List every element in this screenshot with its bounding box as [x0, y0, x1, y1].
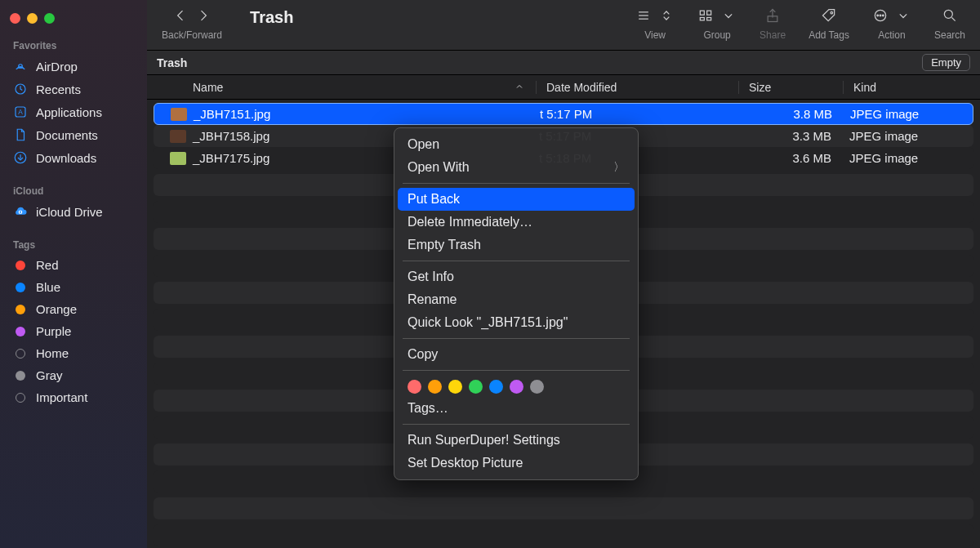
- file-size: 3.6 MB: [738, 151, 843, 165]
- svg-point-15: [831, 11, 833, 14]
- window-controls: [0, 7, 147, 35]
- zoom-window-button[interactable]: [44, 13, 55, 24]
- search-group[interactable]: Search: [934, 5, 965, 41]
- ctx-separator: [403, 338, 630, 339]
- ctx-tag-color[interactable]: [428, 380, 442, 394]
- ctx-get-info[interactable]: Get Info: [394, 265, 638, 288]
- ctx-tag-color[interactable]: [530, 380, 544, 394]
- sidebar-tag-gray[interactable]: Gray: [0, 364, 147, 386]
- tag-dot-icon: [16, 283, 25, 292]
- finder-window: Favorites AirDropRecentsAApplicationsDoc…: [0, 0, 980, 548]
- minimize-window-button[interactable]: [27, 13, 38, 24]
- ctx-separator: [403, 424, 630, 425]
- back-forward-label: Back/Forward: [162, 29, 222, 41]
- sidebar-item-applications[interactable]: AApplications: [0, 100, 147, 123]
- view-icon: [635, 7, 652, 26]
- tag-dot-icon: [16, 371, 25, 381]
- ctx-empty-trash[interactable]: Empty Trash: [394, 234, 638, 256]
- ctx-tag-color[interactable]: [510, 380, 523, 394]
- ctx-run-superduper[interactable]: Run SuperDuper! Settings: [394, 429, 638, 452]
- ctx-tag-color[interactable]: [408, 380, 421, 394]
- ctx-tag-color[interactable]: [489, 380, 503, 394]
- sidebar-tag-purple[interactable]: Purple: [0, 320, 147, 342]
- file-size: 3.3 MB: [738, 129, 843, 143]
- column-header-kind[interactable]: Kind: [843, 81, 980, 94]
- chevron-right-icon: 〉: [613, 160, 625, 175]
- view-group[interactable]: View: [635, 5, 675, 41]
- download-icon: [13, 150, 28, 165]
- sidebar-item-label: Purple: [36, 324, 71, 338]
- airdrop-icon: [13, 59, 28, 74]
- chevron-down-icon: [895, 7, 911, 26]
- sidebar-item-recents[interactable]: Recents: [0, 78, 147, 100]
- chevron-down-icon: [720, 7, 737, 26]
- sidebar-item-label: Recents: [36, 82, 81, 96]
- ctx-open-with[interactable]: Open With〉: [394, 156, 638, 179]
- share-icon: [764, 7, 781, 26]
- file-thumb-icon: [170, 130, 186, 143]
- action-group[interactable]: Action: [872, 5, 911, 41]
- ctx-set-desktop-picture[interactable]: Set Desktop Picture: [394, 452, 638, 474]
- sidebar-item-airdrop[interactable]: AirDrop: [0, 55, 147, 78]
- sort-ascending-icon: [514, 81, 524, 94]
- ctx-put-back[interactable]: Put Back: [398, 188, 635, 211]
- sidebar-section-favorites: Favorites: [0, 35, 147, 55]
- ctx-copy[interactable]: Copy: [394, 343, 638, 366]
- search-label: Search: [934, 29, 965, 41]
- sidebar-item-label: iCloud Drive: [36, 205, 103, 219]
- ctx-open[interactable]: Open: [394, 133, 638, 156]
- svg-point-20: [944, 10, 952, 18]
- svg-rect-6: [20, 211, 21, 213]
- file-name-cell: _JBH7151.jpg: [154, 107, 537, 121]
- group-label: Group: [703, 29, 730, 41]
- action-label: Action: [878, 29, 905, 41]
- sidebar-tag-important[interactable]: Important: [0, 386, 147, 408]
- sidebar-item-documents[interactable]: Documents: [0, 123, 147, 146]
- group-group[interactable]: Group: [697, 5, 737, 41]
- sidebar-item-label: Blue: [36, 280, 60, 294]
- sidebar-tag-red[interactable]: Red: [0, 254, 147, 276]
- location-title: Trash: [157, 56, 187, 69]
- svg-rect-10: [700, 11, 704, 15]
- back-button[interactable]: [172, 7, 189, 26]
- close-window-button[interactable]: [10, 13, 20, 24]
- ctx-separator: [403, 370, 630, 371]
- sidebar-tag-home[interactable]: Home: [0, 342, 147, 364]
- table-row[interactable]: _JBH7151.jpgt 5:17 PM3.8 MBJPEG image: [154, 103, 973, 125]
- sidebar-tag-orange[interactable]: Orange: [0, 298, 147, 320]
- sidebar-item-downloads[interactable]: Downloads: [0, 146, 147, 169]
- file-thumb-icon: [171, 108, 187, 121]
- column-header-name[interactable]: Name: [147, 81, 536, 94]
- tag-dot-icon: [16, 349, 25, 359]
- ctx-tags[interactable]: Tags…: [394, 397, 638, 420]
- sidebar-section-tags: Tags: [0, 234, 147, 254]
- tag-dot-icon: [16, 393, 25, 403]
- toolbar: Back/Forward Trash View Group: [147, 0, 980, 51]
- add-tags-group[interactable]: Add Tags: [808, 5, 849, 41]
- sidebar-tag-blue[interactable]: Blue: [0, 276, 147, 298]
- forward-button[interactable]: [195, 7, 212, 26]
- tag-dot-icon: [16, 261, 25, 270]
- empty-row: [154, 524, 973, 546]
- column-header-date[interactable]: Date Modified: [536, 81, 738, 94]
- ctx-quick-look[interactable]: Quick Look "_JBH7151.jpg": [394, 311, 638, 334]
- sidebar-item-icloud-drive[interactable]: iCloud Drive: [0, 200, 147, 223]
- ctx-tag-color[interactable]: [469, 380, 483, 394]
- file-size: 3.8 MB: [739, 107, 844, 121]
- view-label: View: [644, 29, 666, 41]
- ctx-rename[interactable]: Rename: [394, 288, 638, 311]
- column-headers: Name Date Modified Size Kind: [147, 75, 980, 100]
- svg-text:A: A: [18, 109, 23, 116]
- column-name-label: Name: [193, 81, 223, 94]
- ctx-tag-color[interactable]: [448, 380, 462, 394]
- share-label: Share: [760, 29, 786, 41]
- sidebar-item-label: Downloads: [36, 151, 96, 165]
- chevron-updown-icon: [658, 7, 675, 26]
- tag-dot-icon: [16, 327, 25, 336]
- ctx-delete-immediately[interactable]: Delete Immediately…: [394, 211, 638, 234]
- ctx-separator: [403, 261, 630, 261]
- window-title: Trash: [245, 5, 293, 27]
- empty-trash-button[interactable]: Empty: [922, 54, 970, 71]
- clock-icon: [13, 82, 28, 96]
- column-header-size[interactable]: Size: [738, 81, 843, 94]
